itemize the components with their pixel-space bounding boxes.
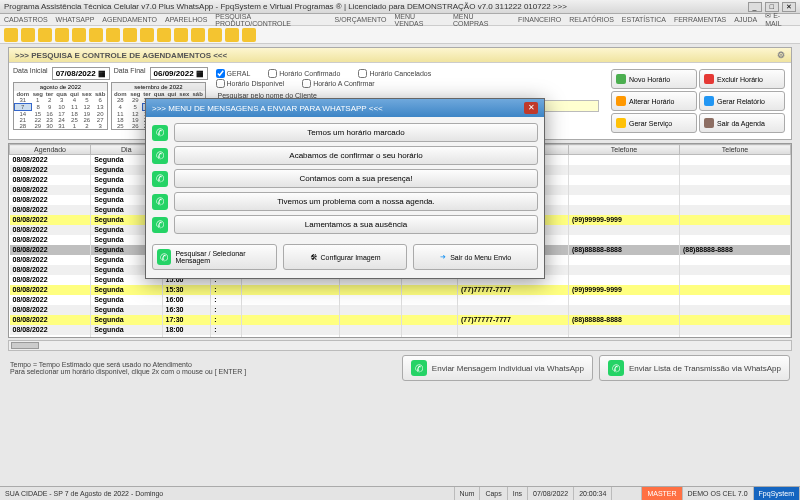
msg-presenca-button[interactable]: Contamos com a sua presença!	[174, 169, 538, 188]
tools-icon: 🛠	[310, 254, 317, 261]
msg-horario-marcado-button[interactable]: Temos um horário marcado	[174, 123, 538, 142]
whatsapp-icon: ✆	[152, 125, 168, 141]
whatsapp-icon: ✆	[157, 249, 171, 265]
modal-titlebar: >>> MENU DE MENSAGENS A ENVIAR PARA WHAT…	[146, 99, 544, 117]
whatsapp-icon: ✆	[152, 194, 168, 210]
whatsapp-icon: ✆	[152, 171, 168, 187]
whatsapp-messages-modal: >>> MENU DE MENSAGENS A ENVIAR PARA WHAT…	[145, 98, 545, 279]
configurar-imagem-button[interactable]: 🛠Configurar Imagem	[283, 244, 408, 270]
msg-confirmar-button[interactable]: Acabamos de confirmar o seu horário	[174, 146, 538, 165]
modal-close-button[interactable]: ✕	[524, 102, 538, 114]
msg-ausencia-button[interactable]: Lamentamos a sua ausência	[174, 215, 538, 234]
modal-title: >>> MENU DE MENSAGENS A ENVIAR PARA WHAT…	[152, 104, 383, 113]
exit-icon: ➜	[440, 253, 446, 261]
msg-problema-button[interactable]: Tivemos um problema com a nossa agenda.	[174, 192, 538, 211]
sair-menu-envio-button[interactable]: ➜Sair do Menu Envio	[413, 244, 538, 270]
whatsapp-icon: ✆	[152, 217, 168, 233]
whatsapp-icon: ✆	[152, 148, 168, 164]
modal-backdrop: >>> MENU DE MENSAGENS A ENVIAR PARA WHAT…	[0, 0, 800, 500]
pesquisar-mensagem-button[interactable]: ✆Pesquisar / Selecionar Mensagem	[152, 244, 277, 270]
